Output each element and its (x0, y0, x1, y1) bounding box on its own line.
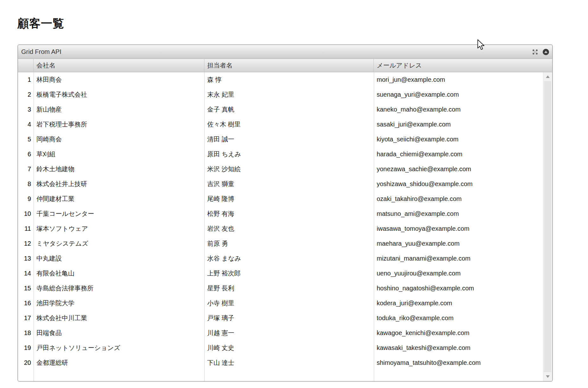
table-row[interactable]: 2 板橋電子株式会社 末永 妃里 suenaga_yuri@example.co… (18, 87, 543, 102)
company-cell: 林田商会 (34, 75, 204, 84)
row-number-cell: 16 (18, 300, 34, 307)
row-number-cell: 13 (18, 255, 34, 262)
table-row[interactable]: 18 田端食品 川越 憲一 kawagoe_kenichi@example.co… (18, 326, 543, 340)
contact-cell: 星野 長利 (204, 284, 374, 293)
email-cell: iwasawa_tomoya@example.com (374, 225, 546, 232)
row-number-cell: 17 (18, 314, 34, 322)
column-header-rownum (18, 59, 34, 72)
company-cell: 千葉コールセンター (34, 210, 204, 218)
grid-panel: Grid From API (17, 44, 553, 382)
grid-rows: 1 林田商会 森 惇 mori_jun@example.com 2 板橋電子株式… (18, 72, 543, 370)
table-row[interactable]: 11 塚本ソフトウェア 岩沢 友也 iwasawa_tomoya@example… (18, 221, 543, 236)
row-number-cell: 3 (18, 106, 34, 113)
page-title: 顧客一覧 (17, 16, 64, 31)
column-divider (204, 72, 205, 381)
row-number-cell: 5 (18, 136, 34, 143)
email-cell: mizutani_manami@example.com (374, 255, 546, 262)
table-row[interactable]: 6 草刈組 原田 ちえみ harada_chiemi@example.com (18, 147, 543, 162)
contact-cell: 下山 達士 (204, 359, 374, 367)
email-cell: kaneko_maho@example.com (374, 106, 546, 113)
row-number-cell: 9 (18, 195, 34, 203)
row-number-cell: 19 (18, 344, 34, 352)
company-cell: 草刈組 (34, 150, 204, 158)
email-cell: hoshino_nagatoshi@example.com (374, 285, 546, 292)
table-row[interactable]: 16 池田学院大学 小寺 樹里 kodera_juri@example.com (18, 296, 543, 311)
company-cell: 岡崎商会 (34, 135, 204, 144)
email-cell: kawagoe_kenichi@example.com (374, 329, 546, 337)
maximize-button[interactable] (532, 49, 538, 55)
email-cell: matsuno_ami@example.com (374, 210, 546, 217)
row-number-cell: 12 (18, 240, 34, 247)
contact-cell: 末永 妃里 (204, 90, 374, 99)
company-cell: 仲間建材工業 (34, 195, 204, 203)
contact-cell: 戸塚 璃子 (204, 314, 374, 322)
email-cell: maehara_yuu@example.com (374, 240, 546, 247)
contact-cell: 尾崎 隆博 (204, 195, 374, 203)
column-header-contact[interactable]: 担当者名 (204, 59, 374, 72)
email-cell: yoshizawa_shidou@example.com (374, 180, 546, 188)
email-cell: yonezawa_sachie@example.com (374, 165, 546, 173)
row-number-cell: 14 (18, 270, 34, 277)
page: { "page": { "title": "顧客一覧" }, "grid": {… (0, 0, 588, 388)
row-number-cell: 20 (18, 359, 34, 366)
table-row[interactable]: 1 林田商会 森 惇 mori_jun@example.com (18, 72, 543, 87)
email-cell: kodera_juri@example.com (374, 300, 546, 307)
row-number-cell: 11 (18, 225, 34, 232)
table-row[interactable]: 13 中丸建設 水谷 まなみ mizutani_manami@example.c… (18, 251, 543, 266)
expand-arrows-icon (532, 49, 538, 55)
email-cell: mori_jun@example.com (374, 76, 546, 83)
company-cell: 塚本ソフトウェア (34, 224, 204, 233)
scroll-up-button[interactable] (543, 72, 552, 81)
contact-cell: 森 惇 (204, 75, 374, 84)
email-cell: kawasaki_takeshi@example.com (374, 344, 546, 352)
scrollbar-thumb[interactable] (544, 81, 551, 372)
table-row[interactable]: 14 有限会社亀山 上野 裕次郎 ueno_yuujirou@example.c… (18, 266, 543, 281)
contact-cell: 松野 有海 (204, 210, 374, 218)
email-cell: suenaga_yuri@example.com (374, 91, 546, 98)
company-cell: 田端食品 (34, 329, 204, 337)
row-number-cell: 2 (18, 91, 34, 98)
column-header-email[interactable]: メールアドレス (374, 59, 552, 72)
table-row[interactable]: 8 株式会社井上技研 吉沢 獅童 yoshizawa_shidou@exampl… (18, 177, 543, 191)
email-cell: sasaki_juri@example.com (374, 121, 546, 128)
contact-cell: 岩沢 友也 (204, 224, 374, 233)
table-row[interactable]: 17 株式会社中川工業 戸塚 璃子 toduka_riko@example.co… (18, 311, 543, 326)
row-number-cell: 10 (18, 210, 34, 217)
column-header-company[interactable]: 会社名 (34, 59, 204, 72)
company-cell: 寺島総合法律事務所 (34, 284, 204, 293)
row-number-cell: 7 (18, 165, 34, 173)
table-row[interactable]: 12 ミヤタシステムズ 前原 勇 maehara_yuu@example.com (18, 236, 543, 251)
contact-cell: 小寺 樹里 (204, 299, 374, 307)
contact-cell: 上野 裕次郎 (204, 269, 374, 278)
table-row[interactable]: 4 岩下税理士事務所 佐々木 樹里 sasaki_juri@example.co… (18, 117, 543, 132)
row-number-cell: 15 (18, 285, 34, 292)
table-row[interactable]: 9 仲間建材工業 尾崎 隆博 ozaki_takahiro@example.co… (18, 191, 543, 206)
scroll-down-button[interactable] (543, 372, 552, 381)
company-cell: 株式会社中川工業 (34, 314, 204, 322)
vertical-scrollbar[interactable] (543, 72, 552, 381)
grid-body: 1 林田商会 森 惇 mori_jun@example.com 2 板橋電子株式… (18, 72, 552, 381)
company-cell: 戸田ネットソリューションズ (34, 344, 204, 352)
table-row[interactable]: 5 岡崎商会 清田 誠一 kiyota_seiichi@example.com (18, 132, 543, 147)
table-row[interactable]: 3 新山物産 金子 真帆 kaneko_maho@example.com (18, 102, 543, 117)
email-cell: harada_chiemi@example.com (374, 151, 546, 158)
company-cell: 株式会社井上技研 (34, 180, 204, 188)
collapse-button[interactable] (543, 49, 549, 55)
triangle-up-icon (546, 75, 550, 78)
row-number-cell: 1 (18, 76, 34, 83)
table-row[interactable]: 20 金都運総研 下山 達士 shimoyama_tatsuhito@examp… (18, 355, 543, 370)
contact-cell: 川越 憲一 (204, 329, 374, 337)
table-row[interactable]: 10 千葉コールセンター 松野 有海 matsuno_ami@example.c… (18, 206, 543, 221)
table-row[interactable]: 15 寺島総合法律事務所 星野 長利 hoshino_nagatoshi@exa… (18, 281, 543, 296)
company-cell: 岩下税理士事務所 (34, 120, 204, 129)
row-number-cell: 4 (18, 121, 34, 128)
row-number-cell: 6 (18, 151, 34, 158)
grid-header-row: 会社名 担当者名 メールアドレス (18, 59, 552, 72)
company-cell: 鈴木土地建物 (34, 165, 204, 173)
column-divider (374, 72, 374, 381)
contact-cell: 金子 真帆 (204, 105, 374, 114)
table-row[interactable]: 19 戸田ネットソリューションズ 川崎 丈史 kawasaki_takeshi@… (18, 340, 543, 355)
column-divider (34, 72, 34, 381)
contact-cell: 水谷 まなみ (204, 254, 374, 263)
table-row[interactable]: 7 鈴木土地建物 米沢 沙知絵 yonezawa_sachie@example.… (18, 162, 543, 177)
